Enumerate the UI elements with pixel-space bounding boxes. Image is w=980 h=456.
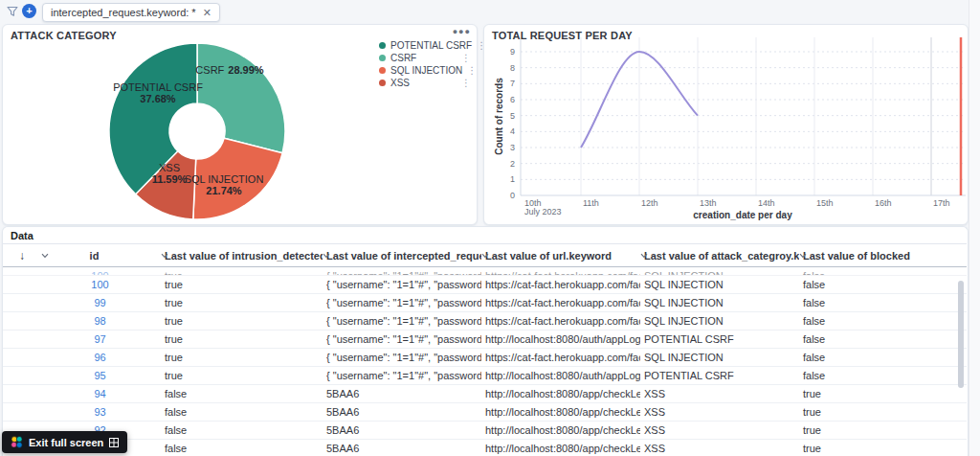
legend-item-xss[interactable]: XSS ⋮ xyxy=(379,77,471,89)
cell-attack-category: XSS xyxy=(640,403,799,421)
x-axis-title: creation_date per day xyxy=(599,210,886,220)
chevron-down-icon[interactable] xyxy=(799,252,807,260)
x-tick-label: 13th xyxy=(700,198,717,208)
cell-attack-category: XSS xyxy=(640,422,799,439)
row-id-link[interactable]: 93 xyxy=(41,403,161,421)
row-id-link[interactable]: 96 xyxy=(41,349,161,366)
chevron-down-icon[interactable] xyxy=(323,252,330,260)
cell-attack-category: SQL INJECTION xyxy=(640,294,799,311)
cell-url: https://cat-fact.herokuapp.com/facts/ ; xyxy=(481,267,640,276)
legend-color-dot xyxy=(379,80,386,86)
cell-blocked: false xyxy=(799,267,967,276)
line-chart xyxy=(484,25,968,224)
table-row: 94 false 5BAA6 http://localhost:8080/app… xyxy=(3,385,967,403)
y-tick-label: 2 xyxy=(496,159,515,169)
legend-item-csrf[interactable]: CSRF ⋮ xyxy=(379,52,471,64)
column-header-last-value-of-url-keyword[interactable]: Last value of url.keyword xyxy=(481,244,640,266)
x-tick-label: 17th xyxy=(933,198,950,208)
row-id-link[interactable]: 98 xyxy=(41,312,161,330)
cell-intercepted-request: { "username": "1=1"#", "password": "test… xyxy=(323,276,481,293)
x-tick-label: 16th xyxy=(875,198,892,208)
cell-attack-category: POTENTIAL CSRF xyxy=(640,331,799,348)
y-tick-label: 1 xyxy=(496,174,515,184)
add-filter-button[interactable]: + xyxy=(22,4,36,18)
column-header-id[interactable]: id xyxy=(41,244,161,266)
filter-funnel-icon[interactable] xyxy=(7,6,18,17)
cell-attack-category: SQL INJECTION xyxy=(640,312,799,330)
cell-intrusion-detected: true xyxy=(161,349,323,366)
chevron-down-icon[interactable] xyxy=(161,252,168,260)
chart-legend: POTENTIAL CSRF ⋮ CSRF ⋮ SQL INJECTION ⋮ … xyxy=(379,39,471,89)
table-row: 100 true { "username": "1=1"#", "passwor… xyxy=(3,276,967,294)
cell-intercepted-request: { "username": "1=1"#", "password": "test… xyxy=(323,312,481,330)
legend-item-sql-injection[interactable]: SQL INJECTION ⋮ xyxy=(379,64,471,77)
cell-attack-category: XSS xyxy=(640,385,799,402)
cell-blocked: true xyxy=(799,385,967,402)
panel-options-icon[interactable]: ●●● xyxy=(453,27,471,36)
legend-item-potential-csrf[interactable]: POTENTIAL CSRF ⋮ xyxy=(379,39,471,52)
table-row: 97 true { "username": "1=1"#", "password… xyxy=(3,331,967,349)
cell-url: https://cat-fact.herokuapp.com/facts/ xyxy=(481,349,640,366)
pie-slice-csrf[interactable] xyxy=(197,43,285,153)
cell-intrusion-detected: true xyxy=(161,267,323,276)
y-tick-label: 6 xyxy=(496,95,515,104)
cell-intercepted-request: { "username": "1=1"#", "password": "test… xyxy=(323,267,481,276)
column-header-last-value-of-intrusion-detected[interactable]: Last value of intrusion_detected xyxy=(161,244,323,266)
data-grid-header: ↓ id Last value of intrusion_detected La… xyxy=(3,243,967,267)
page-scrollbar[interactable] xyxy=(969,0,980,456)
row-id-link[interactable]: 97 xyxy=(41,331,161,348)
panel-title: ATTACK CATEGORY xyxy=(11,30,117,41)
cell-intercepted-request: 5BAA6 xyxy=(323,422,481,439)
x-tick-label: 12th xyxy=(641,198,658,208)
table-scrollbar-thumb[interactable] xyxy=(958,281,964,388)
panel-title: TOTAL REQUEST PER DAY xyxy=(492,30,633,41)
cell-url: http://localhost:8080/app/checkLeaked xyxy=(481,440,640,456)
x-tick-label: 15th xyxy=(816,198,834,208)
table-row: 95 true { "username": "1=1"#", "password… xyxy=(3,367,967,385)
row-id-link[interactable]: 99 xyxy=(41,294,161,311)
legend-options-icon[interactable]: ⋮ xyxy=(461,78,471,88)
cell-blocked: true xyxy=(799,403,967,421)
y-tick-label: 0 xyxy=(496,191,515,200)
cell-blocked: false xyxy=(799,349,967,366)
table-row: 98 true { "username": "1=1"#", "password… xyxy=(3,312,967,331)
cell-intercepted-request: 5BAA6 xyxy=(323,403,481,421)
sort-descending-icon[interactable]: ↓ xyxy=(3,244,41,266)
remove-filter-icon[interactable]: ✕ xyxy=(203,8,212,18)
cell-blocked: false xyxy=(799,294,967,311)
column-header-last-value-of-blocked[interactable]: Last value of blocked xyxy=(799,244,967,266)
row-id-link[interactable]: 94 xyxy=(41,385,161,402)
filter-pill-label: intercepted_request.keyword: * xyxy=(51,7,196,18)
cell-attack-category: SQL INJECTION xyxy=(640,267,799,276)
data-table-panel: Data ↓ id Last value of intrusion_detect… xyxy=(2,226,969,456)
cell-intrusion-detected: false xyxy=(161,403,323,421)
cell-url: http://localhost:8080/auth/appLogin xyxy=(481,331,640,348)
column-header-last-value-of-intercepted-request-keywor[interactable]: Last value of intercepted_request.keywor… xyxy=(323,244,481,266)
cell-intercepted-request: 5BAA6 xyxy=(323,440,481,456)
chevron-down-icon[interactable] xyxy=(41,252,49,260)
column-header-last-value-of-attack-categroy-keyword[interactable]: Last value of attack_categroy.keyword xyxy=(640,244,799,266)
cell-blocked: false xyxy=(799,367,967,384)
exit-fullscreen-button[interactable]: Exit full screen xyxy=(2,431,127,453)
y-tick-label: 8 xyxy=(496,63,515,73)
y-tick-label: 9 xyxy=(496,47,515,57)
legend-options-icon[interactable]: ⋮ xyxy=(477,40,486,51)
cell-intercepted-request: { "username": "1=1"#", "password": "test… xyxy=(323,367,481,384)
row-id-link[interactable]: 100 xyxy=(41,276,161,293)
attack-category-panel: ATTACK CATEGORY ●●● CSRF28.99%SQL INJECT… xyxy=(2,24,478,225)
cell-intrusion-detected: false xyxy=(161,440,323,456)
cell-attack-category: XSS xyxy=(640,440,799,456)
cell-intrusion-detected: true xyxy=(161,294,323,311)
legend-options-icon[interactable]: ⋮ xyxy=(461,53,471,63)
row-id-link[interactable]: 100 xyxy=(41,267,161,276)
cell-blocked: false xyxy=(799,331,967,348)
chevron-down-icon[interactable] xyxy=(640,252,648,260)
cell-intrusion-detected: true xyxy=(161,367,323,384)
row-id-link[interactable]: 95 xyxy=(41,367,161,384)
legend-options-icon[interactable]: ⋮ xyxy=(467,65,477,76)
y-tick-label: 5 xyxy=(496,111,515,121)
cell-url: http://localhost:8080/auth/appLogin xyxy=(481,367,640,384)
chevron-down-icon[interactable] xyxy=(481,252,489,260)
cell-attack-category: SQL INJECTION xyxy=(640,349,799,366)
filter-pill[interactable]: intercepted_request.keyword: * ✕ xyxy=(42,3,220,22)
